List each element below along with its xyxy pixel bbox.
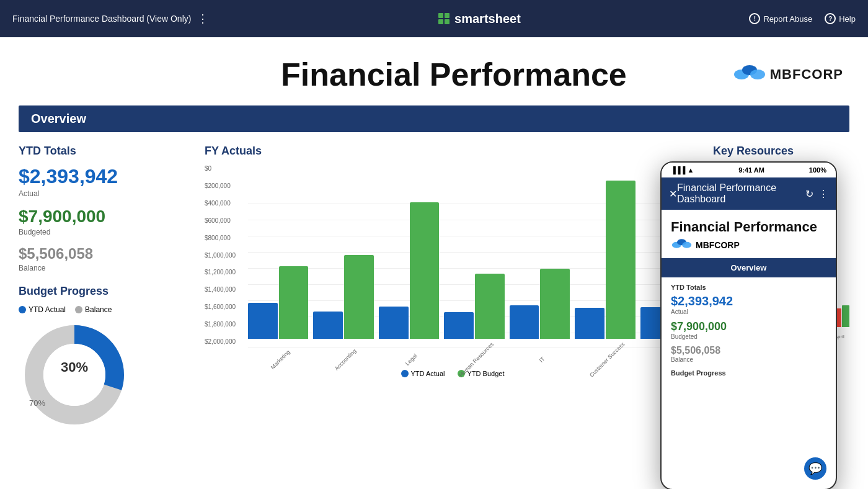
mobile-logo: MBFCORP [671, 238, 826, 252]
nav-more-icon[interactable]: ⋮ [197, 12, 208, 25]
bar-cs-actual [575, 308, 604, 339]
ytd-actual-label: Actual [19, 189, 192, 198]
bar-group-legal [379, 202, 439, 339]
bar-group-marketing [248, 266, 308, 339]
mobile-actual-sublabel: Actual [671, 308, 826, 315]
fy-chart-legend: YTD Actual YTD Budget [205, 370, 701, 377]
mobile-budget-value: $7,900,000 [671, 320, 826, 333]
dashboard-title: Financial Performance [174, 56, 734, 93]
mobile-battery: 100% [809, 166, 826, 174]
gridline [248, 348, 701, 348]
bar-marketing-actual [248, 303, 278, 339]
mobile-time: 9:41 AM [738, 166, 764, 174]
svg-point-14 [682, 242, 691, 248]
mobile-signal: ▐▐▐ ▲ [671, 166, 694, 174]
report-abuse-button[interactable]: ! Report Abuse [749, 13, 812, 24]
dashboard-header: Financial Performance MBFCORP [0, 37, 868, 105]
mobile-balance-value: $5,506,058 [671, 345, 826, 356]
bar-hr-budget [475, 274, 505, 339]
mobile-content: Financial Performance MBFCORP Overview Y… [662, 210, 836, 386]
mobile-close-icon[interactable]: ✕ [669, 188, 677, 200]
company-name: MBFCORP [770, 66, 843, 83]
ytd-totals-section: YTD Totals $2,393,942 Actual $7,900,000 … [19, 145, 192, 433]
bar-it-budget [540, 269, 570, 339]
bar-legal-budget [410, 202, 440, 339]
mobile-nav-bar: ✕ Financial Performance Dashboard ↻ ⋮ [662, 177, 836, 210]
svg-rect-2 [438, 19, 443, 24]
company-logo: MBFCORP [734, 64, 843, 86]
legend-dot-gray [75, 306, 82, 313]
mobile-balance-sublabel: Balance [671, 356, 826, 363]
budget-progress-title: Budget Progress [19, 285, 192, 298]
svg-point-9 [43, 344, 105, 406]
bar-group-accounting [313, 255, 373, 339]
report-abuse-icon: ! [749, 13, 760, 24]
svg-rect-1 [445, 13, 450, 18]
fy-actuals-section: FY Actuals $2,000,000 $1,800,000 $1,600,… [205, 145, 701, 433]
ytd-budget-label: Budgeted [19, 228, 192, 236]
overview-header: Overview [19, 105, 849, 132]
legend-ytd-actual: YTD Actual [19, 305, 66, 314]
apr-other [842, 305, 849, 327]
mobile-company-name: MBFCORP [696, 240, 740, 250]
mobile-ytd-label: YTD Totals [671, 284, 826, 291]
chart-bars [248, 165, 701, 339]
legend-dot-blue [19, 306, 26, 313]
ytd-balance-value: $5,506,058 [19, 245, 192, 262]
bar-accounting-actual [313, 312, 343, 339]
mobile-overview-bar: Overview [662, 258, 836, 277]
donut-legend: YTD Actual Balance [19, 305, 192, 314]
legend-balance: Balance [75, 305, 112, 314]
mobile-status-bar: ▐▐▐ ▲ 9:41 AM 100% [662, 163, 836, 177]
svg-point-6 [750, 70, 765, 79]
mbfcorp-logo-icon [734, 64, 765, 86]
help-button[interactable]: ? Help [825, 13, 856, 24]
donut-chart: 30% 70% [19, 319, 130, 431]
bar-cs-budget [606, 181, 636, 339]
fy-actuals-title: FY Actuals [205, 145, 701, 158]
svg-text:30%: 30% [61, 359, 88, 375]
mobile-dash-title: Financial Performance [671, 219, 826, 235]
ytd-actual-value: $2,393,942 [19, 165, 192, 188]
bar-accounting-budget [344, 255, 374, 339]
ytd-section-title: YTD Totals [19, 145, 192, 158]
svg-rect-0 [438, 13, 443, 18]
overview-section: Overview [0, 105, 868, 132]
mobile-budget-progress-label: Budget Progress [671, 369, 826, 377]
ytd-budget-value: $7,900,000 [19, 207, 192, 227]
mobile-chat-icon: 💬 [808, 462, 822, 475]
main-content: Financial Performance MBFCORP Overview Y… [0, 37, 868, 489]
top-nav: Financial Performance Dashboard (View On… [0, 0, 868, 37]
mobile-more-icon[interactable]: ⋮ [818, 188, 828, 200]
bar-group-hr [444, 274, 504, 339]
help-icon: ? [825, 13, 836, 24]
y-axis: $2,000,000 $1,800,000 $1,600,000 $1,400,… [205, 165, 248, 345]
mobile-refresh-icon[interactable]: ↻ [805, 188, 813, 200]
nav-logo: smartsheet [437, 12, 521, 26]
svg-rect-3 [445, 19, 450, 24]
key-resources-title: Key Resources [713, 145, 849, 158]
mobile-preview: ▐▐▐ ▲ 9:41 AM 100% ✕ Financial Performan… [660, 161, 837, 489]
bar-marketing-budget [279, 266, 309, 339]
mobile-actual-value: $2,393,942 [671, 294, 826, 308]
nav-right: ! Report Abuse ? Help [749, 13, 856, 24]
mobile-logo-icon [671, 238, 693, 252]
mobile-budget-sublabel: Budgeted [671, 333, 826, 340]
svg-text:70%: 70% [29, 398, 45, 408]
mobile-nav-actions: ↻ ⋮ [805, 188, 828, 200]
budget-progress-section: Budget Progress YTD Actual Balance [19, 285, 192, 433]
x-axis-labels: Marketing Accounting Legal Human Resourc… [248, 357, 701, 364]
smartsheet-logo-text: smartsheet [454, 12, 521, 26]
bar-group-customer-success [575, 181, 635, 339]
mobile-nav-title: Financial Performance Dashboard [677, 182, 805, 205]
smartsheet-logo-icon [437, 12, 451, 25]
nav-title: Financial Performance Dashboard (View On… [12, 14, 191, 24]
nav-left: Financial Performance Dashboard (View On… [12, 12, 208, 25]
fy-actuals-chart: $2,000,000 $1,800,000 $1,600,000 $1,400,… [205, 165, 701, 364]
bar-legal-actual [379, 307, 409, 339]
ytd-balance-label: Balance [19, 264, 192, 272]
legend-ytd-actual-fy: YTD Actual [401, 370, 445, 377]
bar-it-actual [510, 305, 539, 339]
mobile-chat-button[interactable]: 💬 [804, 457, 826, 480]
bar-group-it [510, 269, 570, 339]
